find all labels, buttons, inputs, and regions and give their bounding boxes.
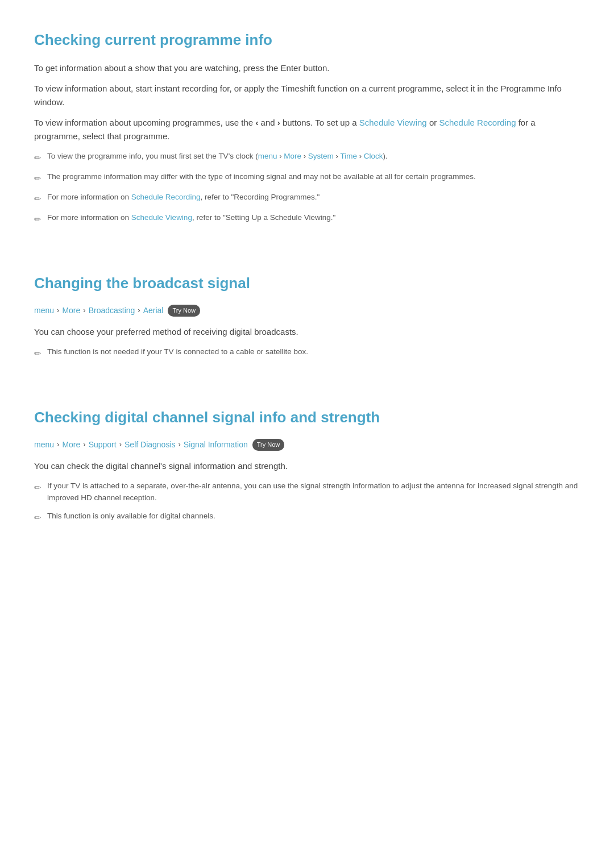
notes-list-3: ✏ If your TV is attached to a separate, … bbox=[34, 480, 580, 525]
note-signal-1: ✏ If your TV is attached to a separate, … bbox=[34, 480, 580, 504]
chevron-11: › bbox=[179, 439, 181, 451]
section-checking-programme: Checking current programme info To get i… bbox=[34, 23, 580, 243]
menu-label-1[interactable]: menu bbox=[258, 152, 277, 160]
section-body-broadcast: You can choose your preferred method of … bbox=[34, 325, 580, 360]
chevron-9: › bbox=[83, 439, 85, 451]
chevron-2: › bbox=[304, 152, 308, 160]
chevron-6: › bbox=[83, 305, 85, 317]
para-with-links: To view information about upcoming progr… bbox=[34, 116, 580, 143]
pencil-icon-1: ✏ bbox=[34, 151, 42, 165]
note-signal-2: ✏ This function is only available for di… bbox=[34, 510, 580, 525]
schedule-viewing-link-1[interactable]: Schedule Viewing bbox=[359, 118, 427, 127]
more-link-3[interactable]: More bbox=[62, 438, 80, 451]
aerial-link[interactable]: Aerial bbox=[143, 304, 164, 317]
more-link-2[interactable]: More bbox=[62, 304, 80, 317]
breadcrumb-broadcast: menu › More › Broadcasting › Aerial Try … bbox=[34, 304, 580, 317]
para-2: To view information about, start instant… bbox=[34, 82, 580, 109]
notes-list-1: ✏ To view the programme info, you must f… bbox=[34, 150, 580, 226]
signal-para-1: You can check the digital channel's sign… bbox=[34, 459, 580, 473]
note-text-6: If your TV is attached to a separate, ov… bbox=[47, 480, 580, 504]
chevron-4: › bbox=[359, 152, 364, 160]
system-link[interactable]: System bbox=[308, 152, 334, 160]
pencil-icon-4: ✏ bbox=[34, 213, 42, 226]
chevron-7: › bbox=[138, 305, 140, 317]
note-text-3: For more information on Schedule Recordi… bbox=[47, 191, 580, 203]
menu-label-3[interactable]: menu bbox=[34, 438, 54, 451]
note-text-2: The programme information may differ wit… bbox=[47, 171, 580, 183]
note-text-4: For more information on Schedule Viewing… bbox=[47, 211, 580, 224]
self-diagnosis-link[interactable]: Self Diagnosis bbox=[125, 438, 176, 451]
section-body-checking-programme: To get information about a show that you… bbox=[34, 61, 580, 226]
section-title-checking-signal: Checking digital channel signal info and… bbox=[34, 400, 580, 430]
note-broadcast-1: ✏ This function is not needed if your TV… bbox=[34, 346, 580, 360]
breadcrumb-signal: menu › More › Support › Self Diagnosis ›… bbox=[34, 438, 580, 451]
schedule-recording-link-1[interactable]: Schedule Recording bbox=[439, 118, 516, 127]
section-body-signal: You can check the digital channel's sign… bbox=[34, 459, 580, 525]
try-now-badge-1[interactable]: Try Now bbox=[168, 305, 200, 317]
chevron-8: › bbox=[57, 439, 59, 451]
pencil-icon-5: ✏ bbox=[34, 347, 42, 360]
note-text-5: This function is not needed if your TV i… bbox=[47, 346, 580, 358]
pencil-icon-2: ✏ bbox=[34, 172, 42, 185]
section-title-checking-programme: Checking current programme info bbox=[34, 23, 580, 52]
note-item-1: ✏ To view the programme info, you must f… bbox=[34, 150, 580, 165]
chevron-5: › bbox=[57, 305, 59, 317]
support-link[interactable]: Support bbox=[89, 438, 117, 451]
pencil-icon-7: ✏ bbox=[34, 511, 42, 525]
note-text-1: To view the programme info, you must fir… bbox=[47, 150, 580, 163]
clock-link[interactable]: Clock bbox=[364, 152, 383, 160]
signal-information-link[interactable]: Signal Information bbox=[184, 438, 248, 451]
note-item-3: ✏ For more information on Schedule Recor… bbox=[34, 191, 580, 206]
section-checking-signal: Checking digital channel signal info and… bbox=[34, 400, 580, 542]
note-text-7: This function is only available for digi… bbox=[47, 510, 580, 522]
more-link-1[interactable]: More bbox=[284, 152, 301, 160]
note-item-4: ✏ For more information on Schedule Viewi… bbox=[34, 211, 580, 226]
pencil-icon-6: ✏ bbox=[34, 481, 42, 495]
section-changing-broadcast: Changing the broadcast signal menu › Mor… bbox=[34, 266, 580, 377]
pencil-icon-3: ✏ bbox=[34, 192, 42, 206]
time-link[interactable]: Time bbox=[340, 152, 357, 160]
try-now-badge-2[interactable]: Try Now bbox=[252, 439, 285, 451]
chevron-10: › bbox=[119, 439, 122, 451]
broadcasting-link[interactable]: Broadcasting bbox=[89, 304, 135, 317]
para-1: To get information about a show that you… bbox=[34, 61, 580, 75]
schedule-recording-link-2[interactable]: Schedule Recording bbox=[131, 193, 201, 201]
menu-label-2[interactable]: menu bbox=[34, 304, 54, 317]
schedule-viewing-link-2[interactable]: Schedule Viewing bbox=[131, 213, 192, 222]
section-title-changing-broadcast: Changing the broadcast signal bbox=[34, 266, 580, 296]
broadcast-para-1: You can choose your preferred method of … bbox=[34, 325, 580, 339]
notes-list-2: ✏ This function is not needed if your TV… bbox=[34, 346, 580, 360]
and-text: and bbox=[261, 118, 277, 127]
note-item-2: ✏ The programme information may differ w… bbox=[34, 171, 580, 185]
